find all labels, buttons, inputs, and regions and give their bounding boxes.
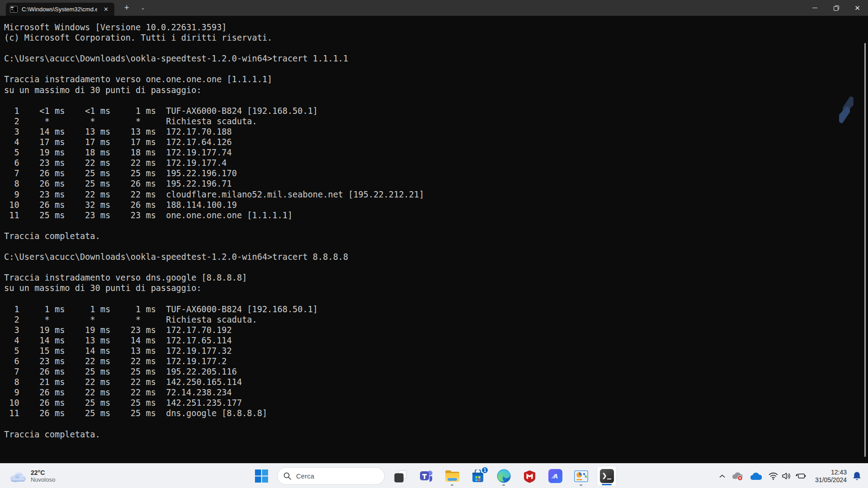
tab-title: C:\Windows\System32\cmd.e — [22, 6, 97, 13]
running-indicator — [451, 484, 453, 486]
notifications-button[interactable] — [849, 467, 864, 485]
taskbar: 22°C Nuvoloso Cerca — [0, 463, 868, 488]
close-icon: ✕ — [854, 4, 860, 12]
teams-icon — [420, 469, 433, 483]
volume-icon — [782, 472, 791, 480]
teams-button[interactable] — [416, 466, 436, 487]
store-notification-badge: 1 — [481, 466, 489, 474]
taskbar-center-cluster: Cerca — [251, 464, 617, 488]
chevron-up-icon — [719, 474, 725, 478]
system-monitor-button[interactable] — [571, 466, 591, 487]
onedrive-error-icon — [731, 472, 743, 481]
task-view-icon — [393, 469, 408, 483]
terminal-tab[interactable]: C:\Windows\System32\cmd.e ✕ — [6, 3, 114, 16]
new-tab-button[interactable]: + — [121, 3, 133, 13]
onedrive-icon — [750, 472, 762, 480]
terminal-output-text: Microsoft Windows [Versione 10.0.22631.3… — [0, 16, 868, 440]
app-a-button[interactable]: ∕A — [545, 466, 565, 487]
edge-button[interactable] — [494, 466, 514, 487]
cloud-weather-icon — [9, 470, 26, 483]
close-button[interactable]: ✕ — [847, 0, 868, 16]
window-controls: ✕ — [804, 0, 868, 16]
mcafee-shield-icon — [523, 469, 536, 483]
mcafee-button[interactable] — [519, 466, 539, 487]
search-icon — [283, 472, 291, 480]
terminal-icon — [600, 469, 614, 483]
restore-button[interactable] — [826, 0, 847, 16]
start-button[interactable] — [251, 466, 271, 487]
microsoft-store-button[interactable]: 1 — [468, 466, 488, 487]
file-explorer-icon — [445, 470, 460, 482]
system-monitor-icon — [574, 470, 588, 482]
windows-logo-icon — [255, 469, 268, 483]
clock-button[interactable]: 12:43 31/05/2024 — [812, 469, 849, 484]
weather-temperature: 22°C — [31, 469, 55, 476]
weather-widget[interactable]: 22°C Nuvoloso — [5, 464, 60, 488]
minimize-icon — [812, 8, 817, 8]
file-explorer-button[interactable] — [442, 466, 462, 487]
hidden-icons-button[interactable] — [716, 467, 728, 485]
terminal-scrollbar[interactable] — [864, 43, 866, 457]
notification-bell-icon — [853, 471, 861, 481]
search-placeholder: Cerca — [296, 472, 314, 480]
terminal-output-area[interactable]: Microsoft Windows [Versione 10.0.22631.3… — [0, 16, 868, 463]
system-tray: 12:43 31/05/2024 — [716, 464, 864, 488]
task-view-button[interactable] — [391, 466, 410, 487]
battery-icon — [795, 473, 806, 479]
status-cluster-button[interactable] — [765, 472, 810, 480]
running-indicator — [580, 484, 582, 486]
tray-time: 12:43 — [815, 469, 847, 476]
minimize-button[interactable] — [804, 0, 826, 16]
onedrive-error-button[interactable] — [728, 467, 746, 485]
onedrive-button[interactable] — [746, 467, 765, 485]
app-a-icon: ∕A — [548, 469, 562, 483]
wifi-icon — [769, 472, 778, 480]
tab-dropdown-button[interactable]: ⌄ — [137, 4, 149, 12]
restore-icon — [834, 5, 839, 11]
search-box[interactable]: Cerca — [277, 467, 385, 485]
cmd-icon — [10, 6, 18, 13]
weather-condition: Nuvoloso — [31, 476, 55, 483]
active-app-indicator — [602, 484, 612, 485]
tab-close-icon[interactable]: ✕ — [101, 5, 111, 14]
edge-icon — [497, 469, 511, 483]
tray-date: 31/05/2024 — [815, 476, 847, 484]
running-indicator — [502, 484, 505, 486]
watermark-logo — [836, 95, 856, 125]
terminal-titlebar: C:\Windows\System32\cmd.e ✕ + ⌄ ✕ — [0, 0, 868, 16]
terminal-button-active[interactable] — [597, 466, 617, 487]
